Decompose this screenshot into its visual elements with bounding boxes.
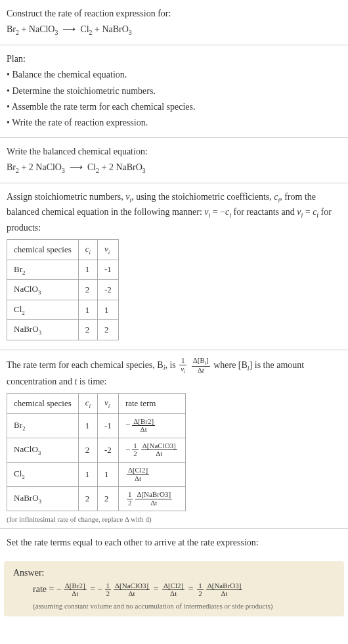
set-equal-section: Set the rate terms equal to each other t… [0, 529, 348, 557]
set-equal-text: Set the rate terms equal to each other t… [7, 536, 341, 550]
cell-nu: -2 [98, 280, 119, 300]
balanced-equation: Br2 + 2 NaClO3 ⟶ Cl2 + 2 NaBrO3 [7, 160, 341, 175]
cell-nu: 1 [98, 462, 119, 486]
cell-species: Br2 [7, 413, 79, 438]
text: The rate term for each chemical species,… [7, 360, 163, 370]
table-row: NaBrO3 2 2 [7, 320, 119, 340]
cell-c: 2 [78, 280, 97, 300]
plan-item: • Write the rate of reaction expression. [7, 116, 341, 130]
cell-nu: -1 [98, 413, 119, 438]
cell-nu: -2 [98, 438, 119, 462]
rate-term-section: The rate term for each chemical species,… [0, 350, 348, 529]
cell-rate: −12Δ[NaClO3]Δt [118, 438, 185, 462]
table-row: NaClO3 2 -2 −12Δ[NaClO3]Δt [7, 438, 186, 462]
table-row: NaClO3 2 -2 [7, 280, 119, 300]
balanced-section: Write the balanced chemical equation: Br… [0, 138, 348, 183]
cell-species: Cl2 [7, 462, 79, 486]
answer-label: Answer: [13, 568, 335, 578]
table-row: Br2 1 -1 [7, 260, 119, 280]
rate-term-table: chemical species ci νi rate term Br2 1 -… [7, 393, 186, 511]
text: , is [165, 360, 178, 370]
cell-rate: 12Δ[NaBrO3]Δt [118, 487, 185, 511]
rate-term-intro: The rate term for each chemical species,… [7, 357, 341, 389]
intro-equation: Br2 + NaClO3 ⟶ Cl2 + NaBrO3 [7, 22, 341, 37]
cell-species: NaBrO3 [7, 487, 79, 511]
plan-item: • Assemble the rate term for each chemic… [7, 100, 341, 114]
intro-section: Construct the rate of reaction expressio… [0, 0, 348, 45]
rate-term-note: (for infinitesimal rate of change, repla… [7, 515, 341, 523]
table-row: Cl2 1 1 [7, 300, 119, 320]
table-row: NaBrO3 2 2 12Δ[NaBrO3]Δt [7, 487, 186, 511]
cell-c: 1 [78, 300, 97, 320]
cell-c: 2 [78, 320, 97, 340]
plan-section: Plan: • Balance the chemical equation. •… [0, 45, 348, 138]
cell-nu: 2 [98, 487, 119, 511]
balanced-heading: Write the balanced chemical equation: [7, 145, 341, 159]
cell-rate: −Δ[Br2]Δt [118, 413, 185, 438]
col-c: ci [78, 240, 97, 260]
col-nu: νi [98, 394, 119, 414]
frac: Δ[Bi]Δt [192, 357, 210, 375]
table-row: Cl2 1 1 Δ[Cl2]Δt [7, 462, 186, 486]
cell-nu: 1 [98, 300, 119, 320]
cell-species: NaClO3 [7, 280, 79, 300]
stoich-intro: Assign stoichiometric numbers, νi, using… [7, 190, 341, 235]
col-rate: rate term [118, 394, 185, 414]
table-header-row: chemical species ci νi rate term [7, 394, 186, 414]
stoich-section: Assign stoichiometric numbers, νi, using… [0, 183, 348, 350]
cell-species: Cl2 [7, 300, 79, 320]
cell-nu: -1 [98, 260, 119, 280]
cell-species: Br2 [7, 260, 79, 280]
answer-box: Answer: rate = −Δ[Br2]Δt = −12Δ[NaClO3]Δ… [4, 561, 344, 616]
frac: 1νi [179, 357, 186, 375]
answer-expression: rate = −Δ[Br2]Δt = −12Δ[NaClO3]Δt = Δ[Cl… [33, 582, 335, 598]
col-species: chemical species [7, 394, 79, 414]
rate-prefix: rate = [33, 584, 56, 594]
cell-species: NaBrO3 [7, 320, 79, 340]
plan-heading: Plan: [7, 52, 341, 66]
col-nu: νi [98, 240, 119, 260]
cell-c: 1 [78, 462, 97, 486]
cell-c: 1 [78, 260, 97, 280]
table-row: Br2 1 -1 −Δ[Br2]Δt [7, 413, 186, 438]
cell-nu: 2 [98, 320, 119, 340]
cell-c: 2 [78, 438, 97, 462]
table-header-row: chemical species ci νi [7, 240, 119, 260]
col-c: ci [78, 394, 97, 414]
cell-c: 1 [78, 413, 97, 438]
cell-rate: Δ[Cl2]Δt [118, 462, 185, 486]
plan-item: • Determine the stoichiometric numbers. [7, 84, 341, 99]
stoich-table: chemical species ci νi Br2 1 -1 NaClO3 2… [7, 239, 119, 340]
answer-note: (assuming constant volume and no accumul… [33, 602, 335, 610]
col-species: chemical species [7, 240, 79, 260]
intro-title: Construct the rate of reaction expressio… [7, 7, 341, 21]
cell-c: 2 [78, 487, 97, 511]
plan-item: • Balance the chemical equation. [7, 68, 341, 82]
cell-species: NaClO3 [7, 438, 79, 462]
